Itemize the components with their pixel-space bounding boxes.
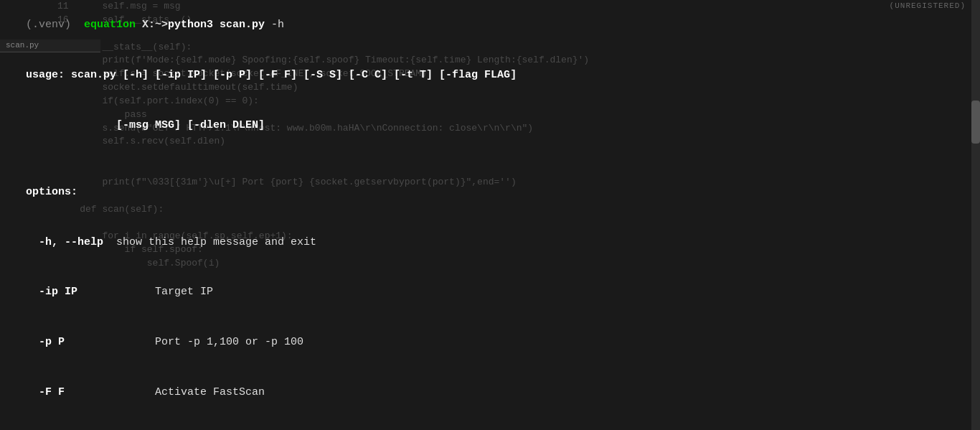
- prompt-prefix-1: (.venv): [26, 19, 84, 31]
- opt-h-desc: show this help message and exit: [103, 236, 316, 248]
- opt-f-desc: Activate FastScan: [65, 386, 265, 398]
- terminal-line-usage: usage: scan.py [-h] [-ip IP] [-p P] [-F …: [0, 50, 980, 101]
- terminal-line-opt-ip: -ip IP Target IP: [0, 267, 980, 317]
- usage-cont-text: [-msg MSG] [-dlen DLEN]: [26, 119, 265, 131]
- prompt-host-1: X:~>: [136, 19, 168, 31]
- opt-ip-desc: Target IP: [77, 286, 213, 298]
- terminal-line-opt-h: -h, --help show this help message and ex…: [0, 217, 980, 267]
- opt-p-desc: Port -p 1,100 or -p 100: [65, 336, 303, 348]
- terminal-line-1: (.venv) equat1on X:~>python3 scan.py -h: [0, 0, 980, 50]
- command-flag-1: -h: [265, 19, 284, 31]
- options-header-text: options:: [26, 186, 77, 198]
- prompt-user-1: equat1on: [84, 19, 136, 31]
- command-1: python3 scan.py: [168, 19, 265, 31]
- opt-p-flag: -p P: [26, 336, 65, 348]
- opt-f-flag: -F F: [26, 386, 65, 398]
- terminal-line-opt-p: -p P Port -p 1,100 or -p 100: [0, 317, 980, 368]
- terminal-line-blank: [0, 150, 980, 167]
- terminal-window: (.venv) equat1on X:~>python3 scan.py -h …: [0, 0, 980, 430]
- opt-h-flag: -h, --help: [26, 236, 103, 248]
- terminal-line-options-header: options:: [0, 167, 980, 218]
- terminal-line-opt-f: -F F Activate FastScan: [0, 368, 980, 418]
- terminal-line-opt-s: -S S Activate Spoofing: [0, 417, 980, 430]
- terminal-line-usage-cont: [-msg MSG] [-dlen DLEN]: [0, 101, 980, 151]
- opt-ip-flag: -ip IP: [26, 286, 77, 298]
- usage-text: usage: scan.py [-h] [-ip IP] [-p P] [-F …: [26, 69, 517, 81]
